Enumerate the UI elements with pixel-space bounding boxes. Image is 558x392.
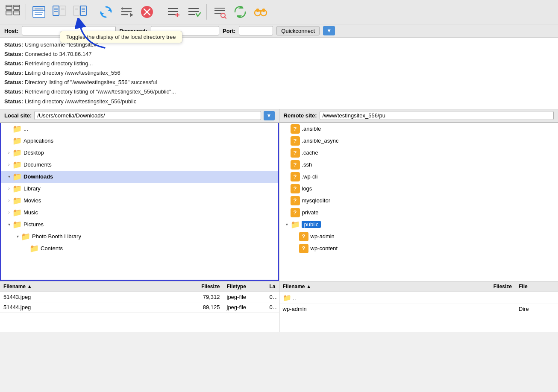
local-tree-item[interactable]: 📁... (1, 123, 278, 135)
tree-item-label: .ansible_async (302, 137, 339, 144)
local-file-list-header: Filename ▲ Filesize Filetype La (0, 281, 279, 292)
port-input[interactable] (239, 26, 273, 35)
expander-icon: ▾ (6, 222, 12, 227)
toolbar (0, 0, 558, 24)
unknown-type-icon: ? (291, 208, 300, 217)
remote-tree-item[interactable]: ?.cache (279, 147, 558, 159)
local-tree-item[interactable]: ▾📁Downloads (1, 171, 278, 183)
svg-rect-25 (80, 6, 86, 15)
remote-site-label: Remote site: (284, 112, 317, 119)
remote-col-filename: Filename ▲ (279, 283, 477, 290)
expander-icon: › (6, 150, 12, 155)
local-tree-item[interactable]: 📁Applications (1, 135, 278, 147)
local-tree-item[interactable]: 📁Contents (1, 243, 278, 255)
tree-item-label: .ssh (302, 161, 312, 168)
file-name: 51443.jpeg (0, 293, 185, 301)
tree-item-label: Pictures (23, 221, 44, 228)
disconnect-button[interactable] (164, 3, 182, 21)
site-bars: Local site: /Users/cornelia/Downloads/ ▼… (0, 109, 558, 123)
local-tree-item[interactable]: ▾📁Pictures (1, 219, 278, 231)
unknown-type-icon: ? (291, 160, 300, 170)
remote-tree-item[interactable]: ▾📁public (279, 219, 558, 231)
remote-tree-item[interactable]: ?.ansible (279, 123, 558, 135)
local-tree-item[interactable]: ›📁Library (1, 183, 278, 195)
remote-tree-item[interactable]: ?.wp-cli (279, 171, 558, 183)
remote-tree-item[interactable]: ?.ansible_async (279, 135, 558, 147)
unknown-type-icon: ? (291, 124, 300, 134)
remote-tree-item[interactable]: ?wp-content (279, 243, 558, 255)
file-la: 07 (266, 293, 279, 301)
local-file-row[interactable]: 51443.jpeg 79,312 jpeg-file 07 (0, 292, 279, 302)
file-size (477, 308, 515, 310)
svg-rect-58 (259, 10, 262, 12)
local-site-dropdown[interactable]: ▼ (264, 111, 275, 120)
tree-item-label: .ansible (302, 126, 321, 132)
unknown-type-icon: ? (291, 136, 300, 146)
svg-rect-57 (262, 9, 265, 12)
sync-directories-button[interactable] (231, 3, 250, 21)
status-line: Status: Listing directory /www/testingsi… (4, 97, 554, 106)
remote-file-tree[interactable]: ?.ansible?.ansible_async?.cache?.ssh?.wp… (279, 123, 558, 281)
folder-icon: 📁 (12, 172, 22, 181)
separator-4 (206, 4, 207, 20)
expander-icon: ▾ (6, 174, 12, 179)
tree-item-label: Photo Booth Library (32, 233, 81, 240)
local-tree-item[interactable]: ›📁Movies (1, 195, 278, 207)
svg-line-51 (225, 17, 226, 19)
compare-button[interactable] (251, 3, 270, 21)
cancel-button[interactable] (138, 3, 156, 21)
tree-item-label: mysqleditor (302, 197, 330, 204)
expander-icon: › (6, 210, 12, 215)
status-line: Status: Connected to 34.70.86.147 (4, 50, 554, 59)
quickconnect-dropdown-button[interactable]: ▼ (323, 26, 335, 35)
local-file-row[interactable]: 51444.jpeg 89,125 jpeg-file 07 (0, 302, 279, 313)
local-col-filesize: Filesize (185, 283, 223, 290)
file-name: wp-admin (279, 305, 477, 313)
local-file-tree[interactable]: 📁...📁Applications›📁Desktop›📁Documents▾📁D… (0, 123, 279, 281)
local-tree-item[interactable]: ›📁Desktop (1, 147, 278, 159)
status-key: Status: (4, 88, 23, 95)
remote-tree-item[interactable]: ?wp-admin (279, 231, 558, 243)
folder-icon: 📁 (12, 136, 22, 146)
toggle-local-tree-button[interactable] (50, 3, 69, 21)
tooltip: Toggles the display of the local directo… (60, 31, 182, 43)
tree-item-label: private (302, 209, 319, 216)
folder-icon: 📁 (29, 244, 39, 253)
local-site-bar: Local site: /Users/cornelia/Downloads/ ▼ (0, 109, 279, 123)
remote-file-list-header: Filename ▲ Filesize File (279, 281, 558, 292)
tree-item-label: Contents (41, 245, 63, 252)
remote-tree-item[interactable]: ?logs (279, 183, 558, 195)
remote-file-row[interactable]: 📁.. (279, 292, 558, 304)
refresh-button[interactable] (97, 3, 115, 21)
status-key: Status: (4, 98, 23, 105)
tooltip-text: Toggles the display of the local directo… (66, 34, 176, 40)
unknown-type-icon: ? (291, 172, 300, 181)
local-panel: 📁...📁Applications›📁Desktop›📁Documents▾📁D… (0, 123, 279, 281)
open-site-manager-button[interactable] (3, 3, 22, 21)
tree-item-label: Downloads (23, 173, 53, 180)
status-key: Status: (4, 41, 23, 48)
svg-rect-0 (6, 5, 12, 9)
local-tree-item[interactable]: ›📁Documents (1, 159, 278, 171)
toggle-message-log-button[interactable] (29, 3, 48, 21)
process-queue-button[interactable] (117, 3, 136, 21)
remote-file-row[interactable]: wp-admin Dire (279, 304, 558, 314)
svg-rect-56 (256, 9, 259, 12)
toggle-remote-tree-button[interactable] (70, 3, 89, 21)
remote-tree-item[interactable]: ?mysqleditor (279, 195, 558, 207)
remote-site-bar: Remote site: /www/testingsitex_556/pu (279, 109, 558, 123)
file-size (477, 297, 515, 298)
file-size: 79,312 (185, 293, 223, 301)
local-tree-item[interactable]: ▾📁Photo Booth Library (1, 231, 278, 243)
expander-icon: › (6, 186, 12, 191)
unknown-type-icon: ? (291, 148, 300, 158)
local-tree-item[interactable]: ›📁Music (1, 207, 278, 219)
transfer-complete-button[interactable] (184, 3, 203, 21)
remote-tree-item[interactable]: ?.ssh (279, 159, 558, 171)
unknown-type-icon: ? (299, 232, 308, 241)
status-line: Status: Retrieving directory listing... (4, 59, 554, 68)
quickconnect-button[interactable]: Quickconnect (276, 26, 320, 35)
remote-tree-item[interactable]: ?private (279, 207, 558, 219)
tree-item-label: wp-content (311, 245, 338, 252)
search-remote-button[interactable] (210, 3, 229, 21)
